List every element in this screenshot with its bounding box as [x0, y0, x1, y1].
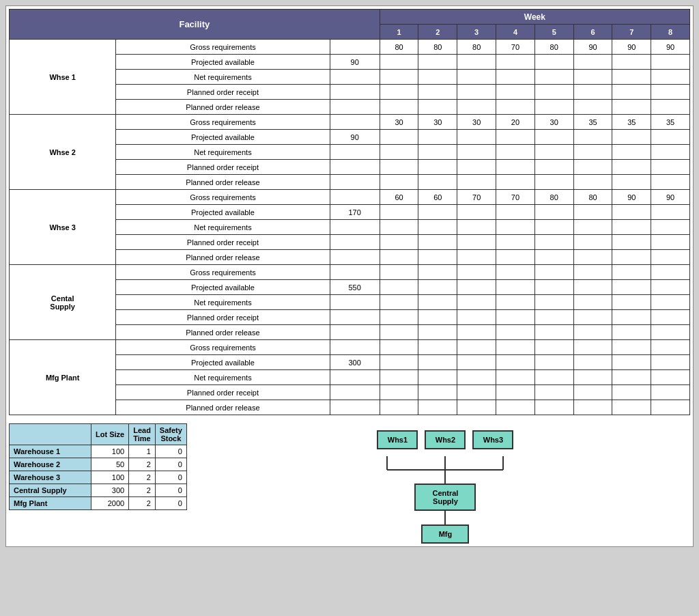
week-value [418, 85, 457, 100]
week-value [534, 250, 573, 265]
week-value [380, 340, 418, 355]
week-value [496, 145, 535, 160]
info-row: Warehouse 310020 [10, 471, 187, 484]
week-value [534, 100, 573, 115]
facility-label-3: Cental Supply [10, 265, 116, 340]
info-header-3: Safety Stock [155, 424, 186, 445]
week-value [380, 130, 418, 145]
week-value [496, 235, 535, 250]
init-value [330, 295, 380, 310]
week-value: 90 [651, 40, 690, 55]
info-cell-lead_time: 2 [129, 497, 156, 510]
week-value [380, 385, 418, 400]
week-value [418, 385, 457, 400]
week-value [534, 235, 573, 250]
week-value [573, 370, 612, 385]
sc-whs2: Whs2 [425, 430, 466, 449]
week-value [612, 55, 651, 70]
week-value [612, 175, 651, 190]
facility-label-4: Mfg Plant [10, 340, 116, 415]
week-num-6: 6 [573, 25, 612, 40]
week-value [651, 385, 690, 400]
week-value [612, 70, 651, 85]
week-value [651, 145, 690, 160]
week-value: 20 [496, 115, 535, 130]
week-value [457, 220, 496, 235]
week-value [418, 310, 457, 325]
row-label: Projected available [116, 55, 330, 70]
week-value [380, 55, 418, 70]
init-value [330, 70, 380, 85]
info-cell-name: Warehouse 1 [10, 445, 91, 458]
week-value [534, 220, 573, 235]
init-value: 170 [330, 205, 380, 220]
week-value [496, 385, 535, 400]
week-value [380, 250, 418, 265]
week-header: Week [380, 10, 689, 25]
week-value [418, 220, 457, 235]
week-value [457, 400, 496, 415]
week-value [651, 370, 690, 385]
week-value: 30 [534, 115, 573, 130]
week-value [457, 85, 496, 100]
table-row: Whse 3Gross requirements6060707080809090 [10, 190, 690, 205]
init-value [330, 265, 380, 280]
sc-connector-top [370, 456, 520, 484]
table-row: Whse 1Gross requirements8080807080909090 [10, 40, 690, 55]
week-value [534, 85, 573, 100]
week-value [457, 280, 496, 295]
sc-central-supply: Central Supply [414, 484, 476, 511]
week-value [496, 370, 535, 385]
week-num-4: 4 [496, 25, 535, 40]
init-value [330, 40, 380, 55]
week-value [457, 385, 496, 400]
row-label: Gross requirements [116, 115, 330, 130]
init-value [330, 190, 380, 205]
info-row: Central Supply30020 [10, 484, 187, 497]
init-value [330, 370, 380, 385]
week-num-7: 7 [612, 25, 651, 40]
init-value: 550 [330, 280, 380, 295]
week-value: 80 [380, 40, 418, 55]
table-row: Cental SupplyGross requirements [10, 265, 690, 280]
init-value [330, 385, 380, 400]
bottom-section: Lot SizeLead TimeSafety Stock Warehouse … [9, 423, 690, 544]
week-value [573, 355, 612, 370]
week-value [496, 160, 535, 175]
week-value [418, 325, 457, 340]
week-value [380, 235, 418, 250]
week-value [496, 220, 535, 235]
week-value [380, 85, 418, 100]
info-cell-lot_size: 300 [91, 484, 129, 497]
info-header-1: Lot Size [91, 424, 129, 445]
week-value [612, 220, 651, 235]
week-value [418, 130, 457, 145]
row-label: Net requirements [116, 370, 330, 385]
week-value: 80 [534, 40, 573, 55]
week-value [418, 265, 457, 280]
week-value [496, 265, 535, 280]
init-value [330, 400, 380, 415]
week-value [457, 265, 496, 280]
week-value [612, 85, 651, 100]
week-value [418, 280, 457, 295]
table-row: Whse 2Gross requirements3030302030353535 [10, 115, 690, 130]
sc-whs3: Whs3 [472, 430, 513, 449]
week-value [612, 385, 651, 400]
week-value: 90 [612, 190, 651, 205]
init-value [330, 100, 380, 115]
week-value [457, 370, 496, 385]
init-value [330, 145, 380, 160]
week-num-8: 8 [651, 25, 690, 40]
week-value [418, 355, 457, 370]
week-value [496, 400, 535, 415]
week-value [651, 325, 690, 340]
week-value [573, 85, 612, 100]
week-value [418, 235, 457, 250]
week-value: 70 [496, 190, 535, 205]
week-value [651, 250, 690, 265]
init-value: 90 [330, 130, 380, 145]
info-cell-lot_size: 50 [91, 458, 129, 471]
row-label: Gross requirements [116, 340, 330, 355]
init-value [330, 310, 380, 325]
